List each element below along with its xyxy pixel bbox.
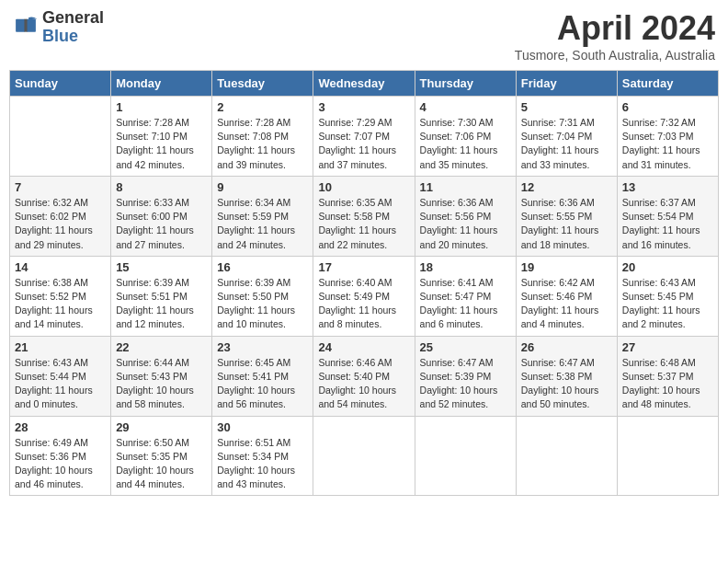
day-info: Sunrise: 6:32 AM Sunset: 6:02 PM Dayligh…: [15, 196, 106, 252]
day-info: Sunrise: 6:43 AM Sunset: 5:44 PM Dayligh…: [15, 356, 106, 412]
calendar-cell: 10Sunrise: 6:35 AM Sunset: 5:58 PM Dayli…: [313, 176, 415, 256]
calendar-cell: 11Sunrise: 6:36 AM Sunset: 5:56 PM Dayli…: [415, 176, 516, 256]
day-info: Sunrise: 6:34 AM Sunset: 5:59 PM Dayligh…: [217, 196, 308, 252]
day-number: 10: [318, 180, 409, 194]
calendar-cell: [516, 416, 617, 496]
day-info: Sunrise: 6:36 AM Sunset: 5:55 PM Dayligh…: [521, 196, 612, 252]
logo-icon: [13, 15, 39, 40]
day-number: 13: [622, 180, 713, 194]
day-number: 29: [116, 420, 207, 434]
day-number: 30: [217, 420, 308, 434]
day-info: Sunrise: 6:44 AM Sunset: 5:43 PM Dayligh…: [116, 356, 207, 412]
logo-general: General: [42, 9, 104, 28]
day-number: 27: [622, 340, 713, 354]
calendar-cell: 12Sunrise: 6:36 AM Sunset: 5:55 PM Dayli…: [516, 176, 617, 256]
day-info: Sunrise: 6:39 AM Sunset: 5:50 PM Dayligh…: [217, 276, 308, 332]
day-info: Sunrise: 6:48 AM Sunset: 5:37 PM Dayligh…: [622, 356, 713, 412]
day-info: Sunrise: 6:45 AM Sunset: 5:41 PM Dayligh…: [217, 356, 308, 412]
calendar-cell: 22Sunrise: 6:44 AM Sunset: 5:43 PM Dayli…: [111, 336, 212, 416]
day-number: 5: [521, 100, 612, 114]
calendar-cell: 2Sunrise: 7:28 AM Sunset: 7:08 PM Daylig…: [212, 97, 313, 177]
week-row-5: 28Sunrise: 6:49 AM Sunset: 5:36 PM Dayli…: [10, 416, 719, 496]
calendar-table: SundayMondayTuesdayWednesdayThursdayFrid…: [9, 70, 719, 496]
day-number: 14: [15, 260, 106, 274]
day-info: Sunrise: 7:29 AM Sunset: 7:07 PM Dayligh…: [318, 116, 409, 172]
day-info: Sunrise: 6:47 AM Sunset: 5:39 PM Dayligh…: [420, 356, 511, 412]
day-info: Sunrise: 7:32 AM Sunset: 7:03 PM Dayligh…: [622, 116, 713, 172]
week-row-4: 21Sunrise: 6:43 AM Sunset: 5:44 PM Dayli…: [10, 336, 719, 416]
day-info: Sunrise: 6:49 AM Sunset: 5:36 PM Dayligh…: [15, 436, 106, 492]
day-info: Sunrise: 6:40 AM Sunset: 5:49 PM Dayligh…: [318, 276, 409, 332]
calendar-cell: 1Sunrise: 7:28 AM Sunset: 7:10 PM Daylig…: [111, 97, 212, 177]
day-number: 4: [420, 100, 511, 114]
day-number: 25: [420, 340, 511, 354]
day-number: 15: [116, 260, 207, 274]
day-number: 16: [217, 260, 308, 274]
calendar-cell: 23Sunrise: 6:45 AM Sunset: 5:41 PM Dayli…: [212, 336, 313, 416]
calendar-cell: 17Sunrise: 6:40 AM Sunset: 5:49 PM Dayli…: [313, 256, 415, 336]
day-number: 11: [420, 180, 511, 194]
day-number: 6: [622, 100, 713, 114]
calendar-cell: 6Sunrise: 7:32 AM Sunset: 7:03 PM Daylig…: [617, 97, 718, 177]
week-row-3: 14Sunrise: 6:38 AM Sunset: 5:52 PM Dayli…: [10, 256, 719, 336]
calendar-cell: 14Sunrise: 6:38 AM Sunset: 5:52 PM Dayli…: [10, 256, 111, 336]
calendar-cell: 5Sunrise: 7:31 AM Sunset: 7:04 PM Daylig…: [516, 97, 617, 177]
day-number: 28: [15, 420, 106, 434]
day-number: 22: [116, 340, 207, 354]
day-info: Sunrise: 6:38 AM Sunset: 5:52 PM Dayligh…: [15, 276, 106, 332]
calendar-cell: [617, 416, 718, 496]
day-info: Sunrise: 6:36 AM Sunset: 5:56 PM Dayligh…: [420, 196, 511, 252]
day-info: Sunrise: 6:47 AM Sunset: 5:38 PM Dayligh…: [521, 356, 612, 412]
header-friday: Friday: [516, 71, 617, 97]
day-number: 18: [420, 260, 511, 274]
day-info: Sunrise: 6:43 AM Sunset: 5:45 PM Dayligh…: [622, 276, 713, 332]
calendar-cell: 27Sunrise: 6:48 AM Sunset: 5:37 PM Dayli…: [617, 336, 718, 416]
logo-blue: Blue: [42, 28, 104, 46]
day-info: Sunrise: 7:31 AM Sunset: 7:04 PM Dayligh…: [521, 116, 612, 172]
day-number: 8: [116, 180, 207, 194]
day-number: 19: [521, 260, 612, 274]
svg-rect-3: [24, 18, 27, 31]
header-wednesday: Wednesday: [313, 71, 415, 97]
calendar-cell: 21Sunrise: 6:43 AM Sunset: 5:44 PM Dayli…: [10, 336, 111, 416]
header-tuesday: Tuesday: [212, 71, 313, 97]
svg-rect-1: [16, 18, 25, 31]
svg-rect-2: [27, 18, 36, 31]
day-info: Sunrise: 6:51 AM Sunset: 5:34 PM Dayligh…: [217, 436, 308, 492]
header-row: SundayMondayTuesdayWednesdayThursdayFrid…: [10, 71, 719, 97]
page-header: General Blue April 2024 Tusmore, South A…: [9, 9, 719, 63]
day-info: Sunrise: 6:39 AM Sunset: 5:51 PM Dayligh…: [116, 276, 207, 332]
day-info: Sunrise: 6:33 AM Sunset: 6:00 PM Dayligh…: [116, 196, 207, 252]
calendar-cell: 29Sunrise: 6:50 AM Sunset: 5:35 PM Dayli…: [111, 416, 212, 496]
day-info: Sunrise: 7:28 AM Sunset: 7:10 PM Dayligh…: [116, 116, 207, 172]
week-row-2: 7Sunrise: 6:32 AM Sunset: 6:02 PM Daylig…: [10, 176, 719, 256]
header-thursday: Thursday: [415, 71, 516, 97]
day-number: 12: [521, 180, 612, 194]
calendar-cell: 19Sunrise: 6:42 AM Sunset: 5:46 PM Dayli…: [516, 256, 617, 336]
day-info: Sunrise: 6:46 AM Sunset: 5:40 PM Dayligh…: [318, 356, 409, 412]
location: Tusmore, South Australia, Australia: [515, 48, 715, 63]
day-number: 9: [217, 180, 308, 194]
day-number: 26: [521, 340, 612, 354]
calendar-cell: 4Sunrise: 7:30 AM Sunset: 7:06 PM Daylig…: [415, 97, 516, 177]
calendar-cell: [313, 416, 415, 496]
logo-text: General Blue: [42, 9, 104, 46]
calendar-cell: 7Sunrise: 6:32 AM Sunset: 6:02 PM Daylig…: [10, 176, 111, 256]
title-block: April 2024 Tusmore, South Australia, Aus…: [515, 9, 715, 63]
day-number: 3: [318, 100, 409, 114]
day-number: 21: [15, 340, 106, 354]
day-number: 24: [318, 340, 409, 354]
header-saturday: Saturday: [617, 71, 718, 97]
calendar-cell: 16Sunrise: 6:39 AM Sunset: 5:50 PM Dayli…: [212, 256, 313, 336]
calendar-cell: 15Sunrise: 6:39 AM Sunset: 5:51 PM Dayli…: [111, 256, 212, 336]
day-info: Sunrise: 7:30 AM Sunset: 7:06 PM Dayligh…: [420, 116, 511, 172]
calendar-cell: 13Sunrise: 6:37 AM Sunset: 5:54 PM Dayli…: [617, 176, 718, 256]
calendar-cell: 25Sunrise: 6:47 AM Sunset: 5:39 PM Dayli…: [415, 336, 516, 416]
header-monday: Monday: [111, 71, 212, 97]
day-number: 1: [116, 100, 207, 114]
day-number: 2: [217, 100, 308, 114]
calendar-cell: 20Sunrise: 6:43 AM Sunset: 5:45 PM Dayli…: [617, 256, 718, 336]
calendar-cell: 28Sunrise: 6:49 AM Sunset: 5:36 PM Dayli…: [10, 416, 111, 496]
calendar-cell: [415, 416, 516, 496]
calendar-cell: 30Sunrise: 6:51 AM Sunset: 5:34 PM Dayli…: [212, 416, 313, 496]
